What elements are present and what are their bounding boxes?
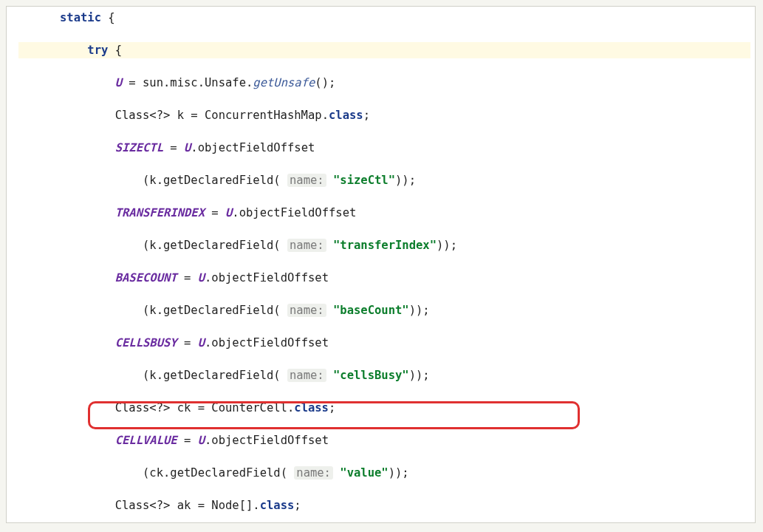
qualified-name: sun.misc.Unsafe [143, 76, 246, 89]
code-editor[interactable]: static { try { U = sun.misc.Unsafe.getUn… [6, 6, 756, 523]
field-CELLSBUSY: CELLSBUSY [115, 336, 177, 349]
param-hint: name: [287, 304, 326, 317]
decl-ck: Class<?> ck = CounterCell [115, 401, 287, 415]
field-BASECOUNT: BASECOUNT [115, 271, 177, 284]
field-U-ref: U [198, 336, 205, 349]
decl-k: Class<?> k = ConcurrentHashMap [115, 109, 322, 122]
field-U: U [115, 76, 122, 89]
field-U-ref: U [198, 271, 205, 284]
keyword-static: static [60, 11, 101, 24]
param-hint: name: [287, 239, 326, 252]
method-objectFieldOffset: objectFieldOffset [198, 141, 315, 154]
method-getDeclaredField: getDeclaredField [163, 239, 273, 252]
string-sizeCtl: "sizeCtl" [333, 174, 395, 187]
method-getDeclaredField: getDeclaredField [163, 174, 273, 187]
keyword-class: class [260, 499, 295, 512]
field-U-ref: U [225, 206, 232, 219]
expr: (ck. [143, 466, 170, 480]
expr: (k. [143, 369, 163, 382]
method-getUnsafe: getUnsafe [253, 76, 315, 89]
method-getDeclaredField: getDeclaredField [170, 466, 280, 480]
param-hint: name: [294, 466, 333, 480]
keyword-try: try [87, 44, 108, 57]
expr: (k. [143, 239, 163, 252]
code-block: static { try { U = sun.misc.Unsafe.getUn… [7, 10, 755, 523]
keyword-class: class [329, 109, 363, 122]
method-objectFieldOffset: objectFieldOffset [211, 271, 329, 284]
string-baseCount: "baseCount" [333, 304, 409, 317]
field-CELLVALUE: CELLVALUE [115, 434, 177, 447]
param-hint: name: [287, 369, 326, 382]
method-objectFieldOffset: objectFieldOffset [211, 434, 329, 447]
field-U-ref: U [184, 141, 191, 154]
field-U-ref: U [198, 434, 205, 447]
field-SIZECTL: SIZECTL [115, 141, 163, 154]
method-getDeclaredField: getDeclaredField [163, 304, 273, 317]
param-hint: name: [287, 174, 326, 187]
method-getDeclaredField: getDeclaredField [163, 369, 273, 382]
string-value: "value" [340, 466, 388, 480]
method-objectFieldOffset: objectFieldOffset [211, 336, 329, 349]
decl-ak: Class<?> ak = Node[] [115, 499, 253, 512]
keyword-class: class [294, 401, 329, 415]
string-transferIndex: "transferIndex" [333, 239, 437, 252]
expr: (k. [143, 174, 163, 187]
expr: (k. [143, 304, 163, 317]
field-TRANSFERINDEX: TRANSFERINDEX [115, 206, 205, 219]
method-objectFieldOffset: objectFieldOffset [239, 206, 357, 219]
string-cellsBusy: "cellsBusy" [333, 369, 409, 382]
